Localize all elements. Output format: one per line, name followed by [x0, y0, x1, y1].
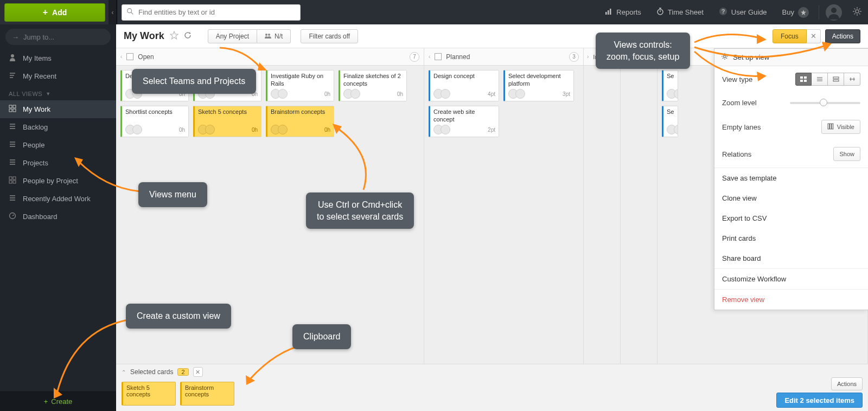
empty-lanes-toggle[interactable]: Visible [821, 120, 860, 134]
arrow-right-icon: → [12, 33, 19, 41]
svg-rect-24 [13, 105, 16, 108]
sidebar-view-recentwork[interactable]: Recently Added Work [0, 190, 116, 208]
clone-view-link[interactable]: Clone view [714, 188, 868, 208]
expand-icon[interactable]: › [624, 54, 626, 60]
save-template-link[interactable]: Save as template [714, 168, 868, 188]
card[interactable]: Finalize sketches of 2 concepts0h [339, 70, 407, 101]
card-avatars [198, 125, 212, 134]
any-project-button[interactable]: Any Project [208, 29, 257, 43]
share-board-link[interactable]: Share board [714, 248, 868, 268]
card[interactable]: Sketch 5 concepts0h [193, 106, 261, 137]
print-cards-link[interactable]: Print cards [714, 228, 868, 248]
actions-button[interactable]: Actions [825, 29, 860, 43]
slider-handle[interactable] [820, 99, 827, 106]
all-views-header[interactable]: ALL VIEWS ▼ [0, 85, 116, 100]
avatar-icon [205, 125, 215, 134]
user-avatar[interactable] [826, 4, 842, 21]
svg-line-57 [723, 58, 724, 59]
avatar-icon [278, 125, 288, 134]
focus-button[interactable]: Focus [773, 29, 807, 43]
card[interactable]: Se [662, 70, 678, 101]
userguide-link[interactable]: ? User Guide [711, 0, 775, 24]
filter-button[interactable]: Filter cards off [301, 29, 358, 43]
create-view-button[interactable]: + Create [0, 391, 116, 411]
export-csv-link[interactable]: Export to CSV [714, 208, 868, 228]
expand-icon[interactable]: › [587, 54, 589, 60]
card[interactable]: Create web site concept2pt [429, 106, 499, 137]
svg-rect-71 [829, 124, 831, 129]
column-count: 3 [569, 52, 579, 62]
selected-body: Sketch 5 conceptsBrainstorm concepts [116, 380, 868, 411]
customize-workflow-link[interactable]: Customize Workflow [714, 269, 868, 289]
clear-selection-button[interactable]: ✕ [193, 367, 203, 377]
svg-line-21 [854, 13, 856, 14]
collapse-icon[interactable]: ‹ [120, 54, 122, 60]
view-label: People by Project [23, 177, 78, 185]
jump-to[interactable]: → Jump to... [5, 29, 111, 45]
viewtype-timeline[interactable] [844, 73, 860, 86]
card[interactable]: Investigate Node.js0h [193, 70, 261, 101]
topbar: + Add ‹ Reports Time Sheet ? User Guide [0, 0, 868, 24]
sidebar-view-dashboard[interactable]: Dashboard [0, 208, 116, 226]
search-input[interactable] [122, 4, 301, 21]
selected-actions-button[interactable]: Actions [831, 377, 863, 390]
card[interactable]: Brainstorm concepts0h [266, 106, 334, 137]
edit-selected-button[interactable]: Edit 2 selected items [776, 393, 863, 408]
sidebar-my-recent[interactable]: My Recent [0, 67, 116, 85]
favorite-star-icon[interactable] [170, 31, 178, 42]
chevron-up-icon[interactable]: ⌃ [122, 369, 126, 375]
selected-card[interactable]: Brainstorm concepts [180, 382, 234, 406]
card-avatars [433, 89, 448, 99]
recent-icon [9, 72, 16, 81]
column-title: Open [138, 53, 154, 61]
card-estimate: 0h [324, 127, 330, 133]
svg-line-20 [859, 8, 860, 9]
reports-link[interactable]: Reports [597, 0, 649, 24]
svg-rect-58 [800, 76, 803, 79]
column-body-open[interactable]: Develop 3 drafts0hInvestigate Node.js0hI… [116, 66, 424, 142]
card[interactable]: Design concept4pt [429, 70, 499, 101]
select-all-checkbox[interactable] [126, 53, 133, 60]
card-title: Investigate Node.js [198, 73, 258, 80]
zoom-slider[interactable] [790, 102, 860, 104]
select-all-checkbox[interactable] [435, 53, 442, 60]
show-label: Show [839, 151, 854, 157]
card-avatars [125, 89, 139, 99]
viewtype-list[interactable] [812, 73, 828, 86]
collapse-sidebar[interactable]: ‹ [108, 0, 117, 24]
remove-view-link[interactable]: Remove view [714, 290, 868, 310]
page-title: My Work [124, 30, 164, 42]
avatar-icon [205, 89, 215, 99]
selected-card[interactable]: Sketch 5 concepts [122, 382, 176, 406]
card[interactable]: Investigate Ruby on Rails0h [266, 70, 334, 101]
settings-gear[interactable] [846, 6, 868, 19]
svg-rect-36 [9, 177, 12, 179]
refresh-icon[interactable] [184, 31, 192, 41]
sidebar-view-mywork[interactable]: My Work [0, 100, 116, 118]
focus-close-button[interactable]: ✕ [807, 29, 821, 43]
list-icon [9, 158, 16, 168]
sidebar-my-items[interactable]: My Items [0, 49, 116, 67]
collapse-icon[interactable]: ‹ [662, 54, 663, 60]
collapse-icon[interactable]: ‹ [429, 54, 430, 60]
sidebar-view-projects[interactable]: Projects [0, 154, 116, 172]
card[interactable]: Develop 3 drafts0h [120, 70, 189, 101]
svg-point-13 [856, 10, 859, 13]
column-header-inprog[interactable]: › In Prog [584, 48, 620, 66]
viewtype-onecol[interactable] [828, 73, 844, 86]
column-body-planned[interactable]: Design concept4ptSelect development plat… [424, 66, 583, 142]
viewtype-board[interactable] [795, 73, 812, 86]
team-button[interactable]: N/t [257, 29, 291, 43]
card[interactable]: Select development platform3pt [503, 70, 574, 101]
card[interactable]: Se [662, 106, 678, 137]
card[interactable]: Shortlist concepts0h [120, 106, 189, 137]
column-header-intest[interactable]: › In Test [621, 48, 657, 66]
sidebar-view-peoplebyproject[interactable]: People by Project [0, 172, 116, 190]
sidebar-view-people[interactable]: People [0, 136, 116, 154]
timesheet-link[interactable]: Time Sheet [649, 0, 711, 24]
buy-link[interactable]: Buy [775, 0, 816, 24]
relations-toggle[interactable]: Show [833, 147, 860, 161]
add-button[interactable]: + Add [4, 3, 105, 22]
sidebar-view-backlog[interactable]: Backlog [0, 118, 116, 136]
card-title: Create web site concept [433, 108, 495, 124]
